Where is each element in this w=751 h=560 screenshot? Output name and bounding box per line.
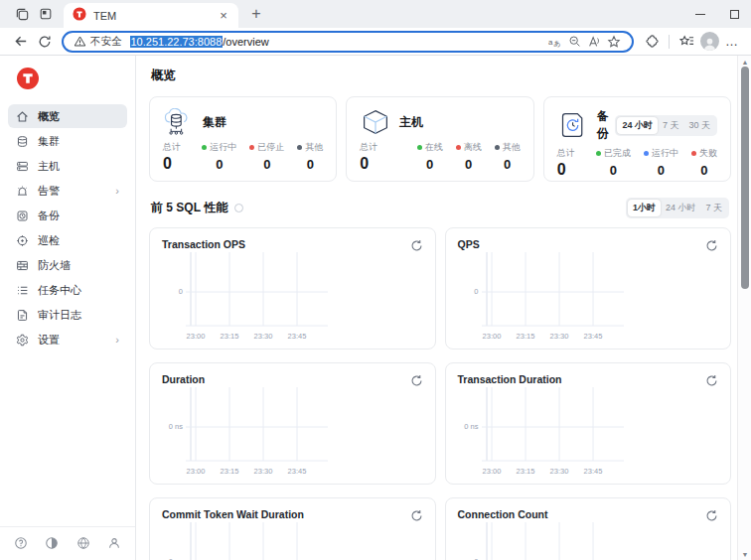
new-tab-button[interactable]: + xyxy=(244,2,268,26)
y-axis-zero-label: 0 ns xyxy=(458,422,479,431)
time-option-sql-1[interactable]: 24 小时 xyxy=(661,200,701,216)
chart-refresh-icon[interactable] xyxy=(410,373,423,386)
user-account-icon[interactable] xyxy=(107,536,121,550)
chart-card-transaction-duration: Transaction Duration0 ns23:0023:1523:302… xyxy=(445,362,732,485)
status-label: 离线 xyxy=(456,141,482,154)
status-dot xyxy=(202,145,207,150)
url-text[interactable]: 10.251.22.73:8088/overview xyxy=(130,36,545,48)
clusters-icon xyxy=(163,108,195,136)
cluster-icon xyxy=(16,135,29,148)
svg-text:23:15: 23:15 xyxy=(221,467,239,476)
status-dot xyxy=(691,151,696,156)
sidebar-item-audit[interactable]: 审计日志 xyxy=(8,303,127,327)
chart-refresh-icon[interactable] xyxy=(705,238,718,251)
workspaces-icon[interactable] xyxy=(10,2,34,26)
refresh-icon[interactable] xyxy=(34,30,56,54)
status-label: 已停止 xyxy=(249,141,284,154)
sidebar-item-overview[interactable]: 概览 xyxy=(8,104,127,128)
chart-plot: 023:0023:1523:3023:45 xyxy=(458,252,719,344)
svg-text:23:00: 23:00 xyxy=(482,467,501,476)
sql-toggle-slot: 1小时24 小时7 天 xyxy=(626,198,729,218)
scroll-down-icon[interactable]: ▼ xyxy=(738,548,751,560)
time-option-backup-2[interactable]: 30 天 xyxy=(683,117,715,134)
chart-refresh-icon[interactable] xyxy=(410,508,423,521)
summary-card-hosts: 主机总计0在线0离线0其他0 xyxy=(346,96,533,182)
chart-refresh-icon[interactable] xyxy=(705,508,718,521)
svg-text:23:45: 23:45 xyxy=(288,467,307,476)
page-content: 概览集群主机告警›备份巡检防火墙任务中心审计日志设置› 概览 集群总计0运行中0… xyxy=(0,56,751,560)
status-legend: 已完成0运行中0失败0 xyxy=(596,147,717,179)
translate-icon[interactable]: aあ xyxy=(544,32,564,52)
svg-text:23:30: 23:30 xyxy=(254,332,273,341)
url-path-text: /overview xyxy=(223,36,268,48)
svg-text:23:00: 23:00 xyxy=(187,332,206,341)
maximize-button[interactable] xyxy=(717,0,751,28)
profile-avatar[interactable] xyxy=(700,32,719,51)
status-item: 在线0 xyxy=(417,141,443,173)
sidebar-item-backup[interactable]: 备份 xyxy=(8,204,127,227)
minimize-button[interactable] xyxy=(683,0,717,28)
summary-card-stats: 总计0运行中0已停止0其他0 xyxy=(163,141,323,173)
chart-title: Transaction OPS xyxy=(162,238,423,250)
summary-card-stats: 总计0已完成0运行中0失败0 xyxy=(557,147,717,179)
summary-card-stats: 总计0在线0离线0其他0 xyxy=(360,141,520,173)
read-aloud-icon[interactable] xyxy=(584,32,604,52)
sidebar-item-firewall[interactable]: 防火墙 xyxy=(8,253,127,277)
status-legend: 运行中0已停止0其他0 xyxy=(202,141,323,173)
svg-text:23:15: 23:15 xyxy=(516,467,534,476)
favorites-list-icon[interactable] xyxy=(675,30,698,54)
summary-card-backup: 备份24 小时7 天30 天总计0已完成0运行中0失败0 xyxy=(543,96,731,182)
host-icon xyxy=(16,160,29,173)
status-value: 0 xyxy=(417,157,443,172)
tab-strip: TEM × + xyxy=(0,0,751,28)
theme-toggle-icon[interactable] xyxy=(45,536,59,550)
scrollbar-thumb[interactable] xyxy=(741,67,749,289)
time-option-sql-2[interactable]: 7 天 xyxy=(700,200,727,216)
language-globe-icon[interactable] xyxy=(76,536,90,550)
chart-plot: 023:0023:1523:3023:45 xyxy=(162,252,423,344)
svg-text:23:00: 23:00 xyxy=(482,332,501,341)
tab-actions-icon[interactable] xyxy=(34,2,58,26)
sidebar-item-label: 告警 xyxy=(38,184,115,199)
chart-plot: 023:0023:1523:3023:45 xyxy=(458,522,719,560)
toolbar-divider xyxy=(669,35,670,49)
extensions-icon[interactable] xyxy=(640,30,664,54)
zoom-out-icon[interactable] xyxy=(564,32,584,52)
status-item: 运行中0 xyxy=(644,147,678,179)
time-option-sql-0[interactable]: 1小时 xyxy=(628,200,661,216)
loading-spinner-icon xyxy=(234,204,243,212)
total-block: 总计0 xyxy=(163,141,181,173)
time-option-backup-1[interactable]: 7 天 xyxy=(658,117,684,134)
status-value: 0 xyxy=(202,157,236,172)
chart-refresh-icon[interactable] xyxy=(410,238,423,251)
chevron-right-icon: › xyxy=(115,334,119,346)
help-icon[interactable] xyxy=(14,536,28,550)
sidebar-item-label: 概览 xyxy=(38,109,119,124)
time-option-backup-0[interactable]: 24 小时 xyxy=(617,117,658,134)
sidebar-item-label: 主机 xyxy=(38,159,119,174)
address-bar[interactable]: 不安全 10.251.22.73:8088/overview aあ xyxy=(62,31,634,53)
sidebar-item-alerts[interactable]: 告警› xyxy=(8,179,127,203)
sidebar-item-inspection[interactable]: 巡检 xyxy=(8,228,127,252)
sidebar-item-clusters[interactable]: 集群 xyxy=(8,129,127,153)
page-scrollbar[interactable]: ▲ ▼ xyxy=(737,56,751,560)
status-label: 失败 xyxy=(691,147,717,160)
time-range-toggle-backup: 24 小时7 天30 天 xyxy=(615,115,717,136)
tab-close-icon[interactable]: × xyxy=(216,8,231,24)
chart-refresh-icon[interactable] xyxy=(705,373,718,386)
status-dot xyxy=(644,151,649,156)
chart-plot: 0 ns23:0023:1523:3023:45 xyxy=(162,522,423,560)
favorite-star-icon[interactable] xyxy=(604,32,624,52)
browser-tab[interactable]: TEM × xyxy=(64,3,238,28)
not-secure-label[interactable]: 不安全 xyxy=(90,35,122,49)
sidebar-item-hosts[interactable]: 主机 xyxy=(8,154,127,178)
back-icon[interactable] xyxy=(10,30,32,54)
sidebar-nav: 概览集群主机告警›备份巡检防火墙任务中心审计日志设置› xyxy=(0,103,135,352)
sidebar-item-settings[interactable]: 设置› xyxy=(8,328,127,351)
sidebar-item-tasks[interactable]: 任务中心 xyxy=(8,278,127,302)
status-legend: 在线0离线0其他0 xyxy=(417,141,521,173)
status-value: 0 xyxy=(297,157,323,172)
chart-card-qps: QPS023:0023:1523:3023:45 xyxy=(445,227,732,350)
settings-more-icon[interactable]: … xyxy=(721,34,743,49)
y-axis-zero-label: 0 xyxy=(162,287,183,296)
